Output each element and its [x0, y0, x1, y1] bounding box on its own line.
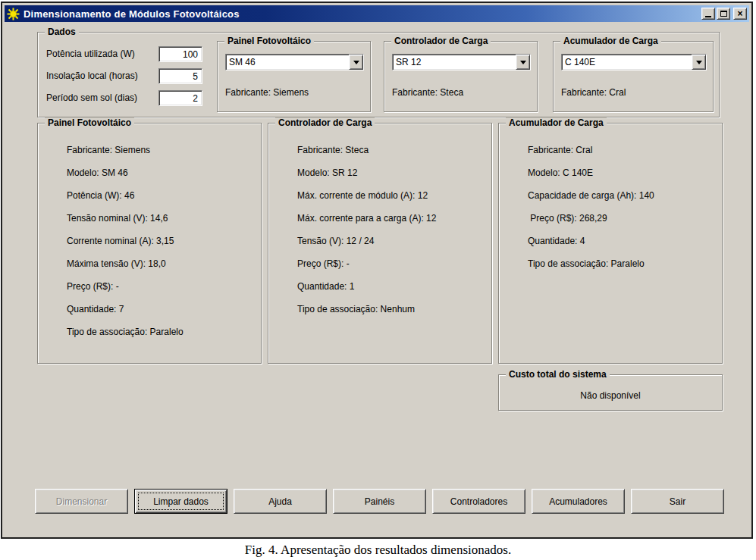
title-bar[interactable]: Dimensionamento de Módulos Fotovoltáicos…: [5, 5, 749, 22]
acumulador-result-panel: Acumulador de Carga Fabricante: Cral Mod…: [498, 123, 723, 364]
painel-tensao-nominal: Tensão nominal (V): 14,6: [67, 213, 168, 224]
painel-preco: Preço (R$): -: [67, 281, 119, 292]
controlador-selector-title: Controlador de Carga: [391, 36, 491, 46]
painel-quantidade: Quantidade: 7: [67, 304, 124, 314]
periodo-input[interactable]: [158, 90, 202, 106]
limpar-dados-label: Limpar dados: [153, 496, 209, 507]
ajuda-button[interactable]: Ajuda: [234, 489, 327, 514]
controlador-max-corrente-carga: Máx. corrente para a carga (A): 12: [297, 213, 436, 224]
acumulador-selector-group: Acumulador de Carga C 140E Fabricante: C…: [553, 41, 714, 112]
controlador-quantidade: Quantidade: 1: [297, 281, 354, 292]
controlador-preco: Preço (R$): -: [297, 258, 350, 269]
window-title: Dimensionamento de Módulos Fotovoltáicos: [24, 8, 701, 20]
close-icon: ×: [737, 10, 742, 17]
periodo-label: Período sem sol (dias): [46, 92, 137, 103]
acumuladores-button[interactable]: Acumuladores: [532, 489, 625, 514]
painel-selector-group: Painel Fotovoltáico SM 46 Fabricante: Si…: [217, 41, 371, 112]
acumulador-panel-title: Acumulador de Carga: [506, 117, 607, 128]
acumulador-dropdown-button[interactable]: [692, 55, 706, 70]
chevron-down-icon: [520, 61, 526, 64]
painel-fabricante-label: Fabricante: Siemens: [225, 87, 309, 98]
custo-total-value: Não disponível: [499, 390, 722, 401]
painel-tipo-associacao: Tipo de associação: Paralelo: [67, 327, 184, 337]
controlador-result-panel: Controlador de Carga Fabricante: Steca M…: [268, 123, 492, 364]
acumulador-combobox[interactable]: C 140E: [561, 54, 707, 70]
paineis-button[interactable]: Painéis: [333, 489, 426, 514]
painel-corrente-nominal: Corrente nominal (A): 3,15: [67, 236, 174, 246]
painel-fabricante: Fabricante: Siemens: [67, 145, 150, 155]
insolacao-label: Insolação local (horas): [46, 70, 138, 81]
controladores-button[interactable]: Controladores: [432, 489, 525, 514]
controlador-fabricante-label: Fabricante: Steca: [392, 87, 463, 98]
controlador-tipo-associacao: Tipo de associação: Nenhum: [297, 304, 415, 314]
acumulador-capacidade: Capacidade de carga (Ah): 140: [528, 190, 654, 201]
controlador-max-corrente-modulo: Máx. corrente de módulo (A): 12: [297, 190, 428, 201]
painel-combobox-value: SM 46: [226, 55, 349, 70]
sair-button[interactable]: Sair: [631, 489, 724, 514]
acumulador-fabricante: Fabricante: Cral: [528, 145, 592, 155]
painel-potencia: Potência (W): 46: [67, 190, 134, 201]
acumulador-fabricante-label: Fabricante: Cral: [561, 87, 626, 98]
painel-result-panel: Painel Fotovoltáico Fabricante: Siemens …: [37, 123, 262, 364]
potencia-input[interactable]: [158, 46, 202, 62]
app-window: Dimensionamento de Módulos Fotovoltáicos…: [1, 2, 753, 539]
potencia-label: Potência utilizada (W): [46, 48, 135, 59]
chevron-down-icon: [353, 61, 359, 64]
sun-app-icon: [7, 8, 20, 20]
figure-caption: Fig. 4. Apresentação dos resultados dime…: [0, 543, 756, 558]
controlador-combobox[interactable]: SR 12: [392, 54, 531, 70]
maximize-icon: [720, 11, 727, 17]
acumulador-combobox-value: C 140E: [562, 55, 692, 70]
window-controls: ×: [701, 8, 747, 20]
controlador-tensao: Tensão (V): 12 / 24: [297, 236, 374, 246]
controlador-fabricante: Fabricante: Steca: [297, 145, 369, 155]
minimize-icon: [705, 16, 711, 17]
dimensionar-button: Dimensionar: [35, 489, 128, 514]
painel-modelo: Modelo: SM 46: [67, 167, 128, 178]
painel-maxima-tensao: Máxima tensão (V): 18,0: [67, 258, 166, 269]
chevron-down-icon: [696, 61, 702, 64]
custo-total-group: Custo total do sistema Não disponível: [498, 374, 723, 411]
controlador-modelo: Modelo: SR 12: [297, 167, 357, 178]
maximize-button[interactable]: [717, 8, 730, 20]
acumulador-modelo: Modelo: C 140E: [528, 167, 593, 178]
acumulador-tipo-associacao: Tipo de associação: Paralelo: [528, 258, 645, 269]
acumulador-selector-title: Acumulador de Carga: [560, 36, 661, 46]
painel-dropdown-button[interactable]: [349, 55, 363, 70]
minimize-button[interactable]: [701, 8, 715, 20]
dados-group-title: Dados: [45, 27, 79, 37]
controlador-combobox-value: SR 12: [393, 55, 516, 70]
painel-selector-title: Painel Fotovoltáico: [224, 36, 314, 46]
limpar-dados-button[interactable]: Limpar dados: [134, 489, 227, 514]
painel-combobox[interactable]: SM 46: [225, 54, 364, 70]
close-button[interactable]: ×: [733, 8, 747, 20]
custo-total-title: Custo total do sistema: [506, 369, 610, 380]
controlador-panel-title: Controlador de Carga: [275, 117, 375, 128]
acumulador-quantidade: Quantidade: 4: [528, 236, 585, 246]
page: Dimensionamento de Módulos Fotovoltáicos…: [0, 0, 756, 560]
painel-panel-title: Painel Fotovoltáico: [45, 117, 134, 128]
insolacao-input[interactable]: [158, 68, 202, 84]
controlador-dropdown-button[interactable]: [516, 55, 530, 70]
acumulador-preco: Preço (R$): 268,29: [528, 213, 607, 224]
controlador-selector-group: Controlador de Carga SR 12 Fabricante: S…: [384, 41, 538, 112]
